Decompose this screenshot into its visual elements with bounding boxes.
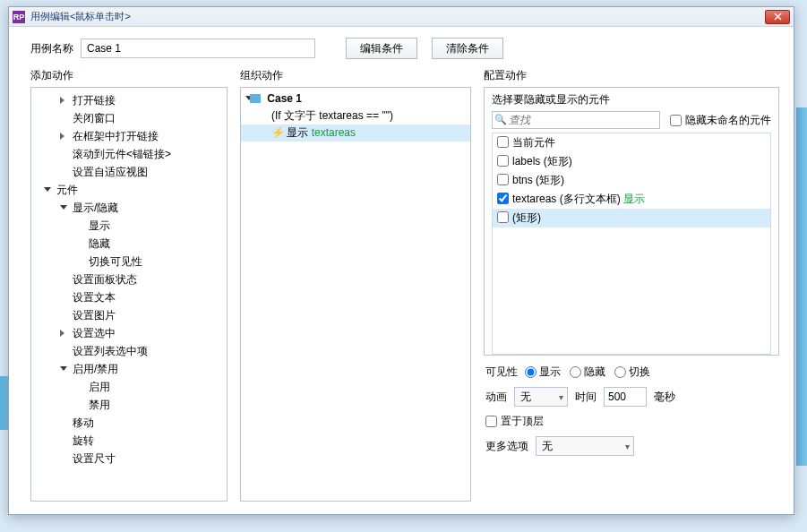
- organize-action-title: 组织动作: [240, 68, 471, 83]
- configure-action-title: 配置动作: [484, 68, 779, 83]
- add-action-title: 添加动作: [30, 68, 228, 83]
- tree-item[interactable]: 隐藏: [31, 235, 227, 253]
- action-tree[interactable]: 打开链接关闭窗口在框架中打开链接滚动到元件<锚链接>设置自适应视图元件显示/隐藏…: [30, 87, 228, 502]
- chevron-down-icon: [44, 187, 51, 192]
- element-checkbox[interactable]: [497, 136, 509, 148]
- case-row[interactable]: Case 1: [241, 90, 470, 107]
- element-list[interactable]: 当前元件labels (矩形)btns (矩形)textareas (多行文本框…: [492, 133, 771, 355]
- close-icon: [774, 13, 782, 21]
- element-checkbox[interactable]: [497, 211, 509, 223]
- visibility-radios: 显示隐藏切换: [525, 365, 650, 380]
- hide-unnamed-checkbox[interactable]: 隐藏未命名的元件: [670, 113, 771, 128]
- tree-item[interactable]: 启用/禁用: [31, 360, 227, 378]
- tree-item[interactable]: 打开链接: [31, 91, 227, 109]
- time-label: 时间: [575, 390, 597, 405]
- visibility-label: 可见性: [485, 365, 518, 380]
- time-input[interactable]: [604, 387, 647, 407]
- tree-item[interactable]: 设置文本: [31, 288, 227, 306]
- chevron-right-icon: [60, 330, 64, 337]
- dialog-title: 用例编辑<鼠标单击时>: [30, 10, 765, 23]
- visibility-option[interactable]: 隐藏: [570, 365, 605, 380]
- organize-panel: Case 1 (If 文字于 textareas == "") ⚡ 显示 tex…: [240, 87, 471, 502]
- list-item[interactable]: btns (矩形): [493, 171, 770, 190]
- list-item[interactable]: 当前元件: [493, 133, 770, 152]
- case-name-input[interactable]: [81, 39, 315, 58]
- tree-item[interactable]: 关闭窗口: [31, 109, 227, 127]
- tree-item[interactable]: 移动: [31, 414, 227, 432]
- tree-item[interactable]: 设置图片: [31, 306, 227, 324]
- animation-label: 动画: [485, 390, 507, 405]
- tree-item[interactable]: 旋转: [31, 432, 227, 450]
- element-checkbox[interactable]: [497, 193, 509, 204]
- tree-item[interactable]: 设置面板状态: [31, 270, 227, 288]
- visibility-option[interactable]: 显示: [525, 365, 561, 380]
- case-editor-dialog: RP 用例编辑<鼠标单击时> 用例名称 编辑条件 清除条件 添加动作 打开链接关…: [8, 6, 794, 515]
- tree-item[interactable]: 切换可见性: [31, 253, 227, 270]
- chevron-right-icon: [60, 97, 64, 104]
- app-icon: RP: [13, 11, 25, 23]
- edit-condition-button[interactable]: 编辑条件: [346, 38, 417, 59]
- more-options-select[interactable]: 无: [536, 436, 634, 456]
- case-name-label: 用例名称: [30, 41, 73, 56]
- action-row[interactable]: ⚡ 显示 textareas: [241, 124, 470, 142]
- select-elements-title: 选择要隐藏或显示的元件: [492, 92, 771, 107]
- tree-item[interactable]: 设置尺寸: [31, 450, 227, 468]
- search-input[interactable]: [492, 111, 660, 129]
- close-button[interactable]: [765, 10, 790, 24]
- tree-item[interactable]: 显示: [31, 217, 227, 235]
- element-checkbox[interactable]: [497, 174, 509, 185]
- more-options-label: 更多选项: [485, 439, 528, 454]
- visibility-option[interactable]: 切换: [614, 365, 650, 380]
- chevron-right-icon: [60, 133, 64, 140]
- time-unit: 毫秒: [654, 390, 675, 405]
- condition-row[interactable]: (If 文字于 textareas == ""): [241, 107, 470, 124]
- tree-item[interactable]: 禁用: [31, 396, 227, 414]
- bolt-icon: ⚡: [271, 125, 280, 141]
- top-layer-checkbox[interactable]: 置于顶层: [485, 414, 544, 429]
- chevron-down-icon: [60, 205, 67, 210]
- configure-panel: 选择要隐藏或显示的元件 🔍 隐藏未命名的元件 当前元件labels (矩形)bt…: [484, 87, 779, 356]
- search-icon: 🔍: [494, 114, 507, 125]
- tree-item[interactable]: 在框架中打开链接: [31, 127, 227, 145]
- tree-item[interactable]: 元件: [31, 181, 227, 199]
- tree-item[interactable]: 滚动到元件<锚链接>: [31, 145, 227, 163]
- element-checkbox[interactable]: [497, 155, 509, 167]
- tree-item[interactable]: 显示/隐藏: [31, 199, 227, 217]
- clear-condition-button[interactable]: 清除条件: [432, 38, 503, 59]
- list-item[interactable]: labels (矩形): [493, 152, 770, 171]
- list-item[interactable]: textareas (多行文本框) 显示: [493, 190, 770, 209]
- tree-item[interactable]: 设置列表选中项: [31, 342, 227, 360]
- case-icon: [250, 94, 261, 103]
- chevron-down-icon: [60, 366, 67, 371]
- tree-item[interactable]: 启用: [31, 378, 227, 396]
- titlebar[interactable]: RP 用例编辑<鼠标单击时>: [9, 7, 794, 27]
- list-item[interactable]: (矩形): [493, 209, 770, 227]
- tree-item[interactable]: 设置自适应视图: [31, 163, 227, 181]
- animation-select[interactable]: 无: [514, 387, 568, 407]
- tree-item[interactable]: 设置选中: [31, 324, 227, 342]
